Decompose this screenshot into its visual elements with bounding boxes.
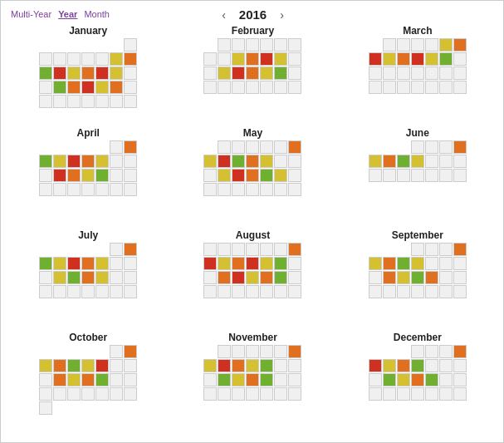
cal-cell [260, 183, 273, 196]
cal-cell [53, 169, 66, 182]
cal-cell [411, 140, 424, 154]
cal-cell [453, 95, 467, 108]
cal-cell [453, 243, 467, 256]
cal-cell [246, 387, 259, 401]
cal-cell [439, 52, 453, 66]
cal-cell [232, 387, 245, 401]
cal-cell [39, 140, 52, 154]
cal-cell [39, 66, 52, 80]
cal-cell [288, 313, 301, 327]
cal-cell [218, 38, 231, 52]
cal-cell [53, 38, 66, 52]
tab-year[interactable]: Year [58, 9, 77, 19]
cal-cell [95, 313, 109, 327]
cal-cell [95, 373, 109, 386]
cal-cell [411, 109, 424, 122]
tab-month[interactable]: Month [84, 9, 110, 19]
cal-cell [246, 313, 259, 327]
cal-cell [425, 169, 438, 182]
cal-cell [39, 271, 52, 284]
cal-cell [53, 401, 66, 415]
cal-cell [124, 38, 137, 52]
cal-cell [439, 257, 453, 270]
cal-cell [124, 169, 137, 182]
cal-cell [246, 271, 259, 284]
cal-cell [397, 359, 410, 372]
cal-cell [124, 359, 137, 372]
cal-cell [274, 155, 287, 168]
cal-cell [439, 299, 453, 313]
cal-cell [260, 95, 273, 108]
month-block-november: November [172, 332, 333, 429]
cal-cell [203, 359, 217, 372]
cal-cell [383, 95, 396, 108]
cal-cell [232, 95, 245, 108]
cal-cell [39, 373, 52, 386]
cal-cell [369, 243, 382, 256]
cal-grid-may [203, 140, 301, 224]
cal-cell [53, 416, 66, 429]
next-year-button[interactable]: › [280, 8, 284, 22]
cal-cell [81, 140, 95, 154]
cal-cell [369, 38, 382, 52]
cal-cell [397, 271, 410, 284]
cal-cell [246, 95, 259, 108]
cal-cell [453, 345, 467, 358]
cal-cell [53, 299, 66, 313]
cal-cell [246, 52, 259, 66]
cal-cell [397, 95, 410, 108]
cal-cell [110, 66, 123, 80]
cal-cell [274, 285, 287, 298]
tab-multi-year[interactable]: Multi-Year [11, 9, 51, 19]
cal-cell [39, 313, 52, 327]
cal-cell [246, 416, 259, 429]
cal-cell [39, 243, 52, 256]
cal-cell [124, 285, 137, 298]
cal-cell [288, 95, 301, 108]
cal-cell [218, 359, 231, 372]
cal-cell [439, 140, 453, 154]
cal-cell [260, 197, 273, 210]
cal-cell [260, 359, 273, 372]
month-block-march: March [337, 25, 498, 122]
cal-cell [288, 155, 301, 168]
cal-cell [411, 359, 424, 372]
cal-cell [53, 140, 66, 154]
cal-cell [425, 38, 438, 52]
cal-cell [246, 183, 259, 196]
cal-cell [274, 345, 287, 358]
cal-cell [439, 271, 453, 284]
cal-grid-february [203, 38, 301, 122]
cal-cell [110, 243, 123, 256]
cal-cell [203, 401, 217, 415]
cal-cell [232, 81, 245, 94]
cal-cell [110, 155, 123, 168]
cal-cell [288, 197, 301, 210]
cal-cell [203, 52, 217, 66]
cal-cell [81, 66, 95, 80]
cal-cell [453, 52, 467, 66]
cal-cell [425, 313, 438, 327]
cal-cell [369, 416, 382, 429]
cal-cell [95, 243, 109, 256]
cal-cell [110, 81, 123, 94]
cal-grid-july [39, 243, 137, 327]
prev-year-button[interactable]: ‹ [222, 8, 226, 22]
cal-cell [81, 211, 95, 224]
cal-cell [124, 197, 137, 210]
cal-cell [232, 109, 245, 122]
cal-cell [260, 169, 273, 182]
cal-cell [39, 285, 52, 298]
cal-cell [67, 345, 81, 358]
cal-cell [397, 313, 410, 327]
cal-cell [81, 81, 95, 94]
cal-cell [453, 271, 467, 284]
cal-cell [81, 169, 95, 182]
cal-cell [232, 66, 245, 80]
cal-grid-september [369, 243, 467, 327]
cal-cell [81, 416, 95, 429]
cal-cell [411, 299, 424, 313]
cal-cell [39, 211, 52, 224]
cal-cell [95, 197, 109, 210]
cal-cell [411, 38, 424, 52]
